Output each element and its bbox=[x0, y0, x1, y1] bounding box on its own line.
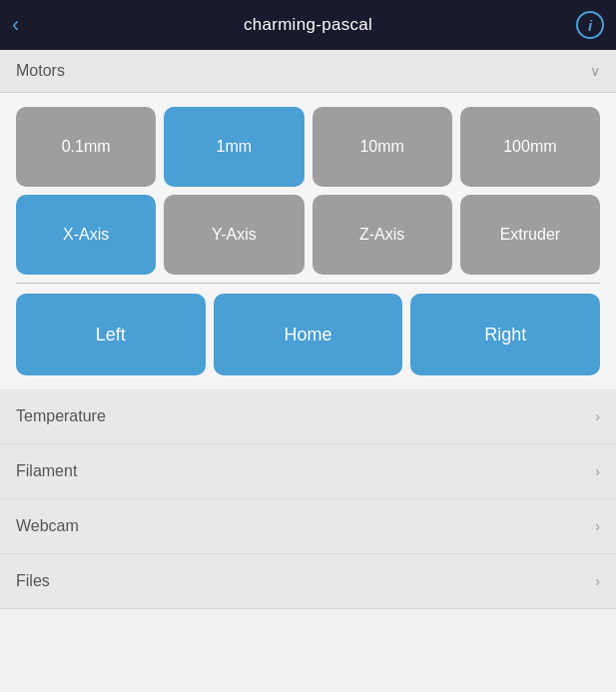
direction-buttons-row: Left Home Right bbox=[16, 294, 600, 375]
right-button[interactable]: Right bbox=[410, 294, 600, 375]
left-button[interactable]: Left bbox=[16, 294, 206, 375]
size-1mm-button[interactable]: 1mm bbox=[164, 107, 304, 187]
yaxis-button[interactable]: Y-Axis bbox=[164, 195, 304, 275]
nav-webcam[interactable]: Webcam › bbox=[0, 499, 616, 554]
axis-buttons-row: X-Axis Y-Axis Z-Axis Extruder bbox=[16, 195, 600, 275]
divider bbox=[16, 283, 600, 284]
temperature-chevron-icon: › bbox=[595, 408, 600, 424]
nav-filament[interactable]: Filament › bbox=[0, 444, 616, 499]
size-0.1mm-button[interactable]: 0.1mm bbox=[16, 107, 156, 187]
home-button[interactable]: Home bbox=[214, 294, 403, 375]
files-label: Files bbox=[16, 572, 50, 590]
files-chevron-icon: › bbox=[595, 573, 600, 589]
motors-section-header[interactable]: Motors ∨ bbox=[0, 50, 616, 93]
filament-label: Filament bbox=[16, 462, 77, 480]
zaxis-button[interactable]: Z-Axis bbox=[312, 195, 452, 275]
info-button[interactable]: i bbox=[576, 11, 604, 39]
header: ‹ charming-pascal i bbox=[0, 0, 616, 50]
webcam-chevron-icon: › bbox=[595, 518, 600, 534]
temperature-label: Temperature bbox=[16, 407, 106, 425]
motors-chevron-icon: ∨ bbox=[590, 63, 600, 79]
xaxis-button[interactable]: X-Axis bbox=[16, 195, 156, 275]
webcam-label: Webcam bbox=[16, 517, 79, 535]
motors-label: Motors bbox=[16, 62, 65, 80]
page-title: charming-pascal bbox=[244, 15, 372, 35]
nav-temperature[interactable]: Temperature › bbox=[0, 389, 616, 444]
back-button[interactable]: ‹ bbox=[12, 12, 19, 38]
extruder-button[interactable]: Extruder bbox=[460, 195, 600, 275]
motors-content: 0.1mm 1mm 10mm 100mm X-Axis Y-Axis Z-Axi… bbox=[0, 93, 616, 389]
filament-chevron-icon: › bbox=[595, 463, 600, 479]
size-buttons-row: 0.1mm 1mm 10mm 100mm bbox=[16, 107, 600, 187]
size-10mm-button[interactable]: 10mm bbox=[312, 107, 452, 187]
nav-files[interactable]: Files › bbox=[0, 554, 616, 609]
size-100mm-button[interactable]: 100mm bbox=[460, 107, 600, 187]
